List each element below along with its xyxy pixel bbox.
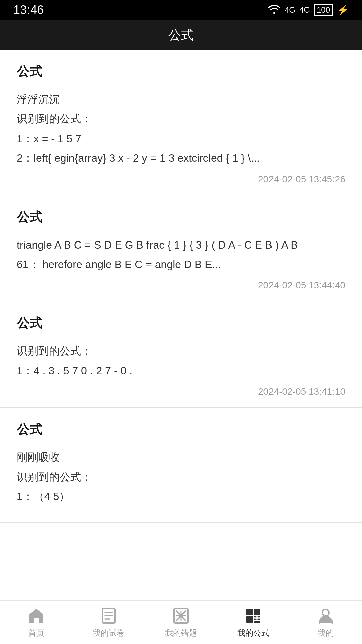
formula-card-4[interactable]: 公式 刚刚吸收 识别到的公式： 1：（4 5） <box>0 408 362 523</box>
nav-item-mistakes[interactable]: 我的错题 <box>145 607 217 638</box>
mistakes-icon <box>172 607 190 625</box>
profile-icon <box>317 607 335 625</box>
battery-icon: 100 <box>314 4 333 16</box>
signal2-icon: 4G <box>299 5 310 15</box>
formula-card-2-time: 2024-02-05 13:44:40 <box>17 280 345 291</box>
formula-card-2-line-2: 61： herefore angle B E C = angle D B E..… <box>17 255 345 273</box>
status-time: 13:46 <box>13 3 44 17</box>
formulas-icon <box>244 607 262 625</box>
formula-card-2-title: 公式 <box>17 209 345 226</box>
formula-card-4-line-1: 刚刚吸收 <box>17 448 345 466</box>
svg-rect-11 <box>246 616 253 623</box>
formula-card-1-line-4: 2：left{ egin{array} 3 x - 2 y = 1 3 extc… <box>17 149 345 167</box>
formula-card-1[interactable]: 公式 浮浮沉沉 识别到的公式： 1：x = - 1 5 7 2：left{ eg… <box>0 50 362 195</box>
formula-card-1-line-3: 1：x = - 1 5 7 <box>17 129 345 148</box>
formula-card-1-title: 公式 <box>17 63 345 80</box>
nav-mistakes-label: 我的错题 <box>165 628 197 638</box>
nav-item-exams[interactable]: 我的试卷 <box>72 607 145 638</box>
formula-card-2[interactable]: 公式 triangle A B C = S D E G B frac { 1 }… <box>0 195 362 302</box>
formula-card-3-line-2: 1：4 . 3 . 5 7 0 . 2 7 - 0 . <box>17 362 345 380</box>
svg-rect-9 <box>246 609 253 615</box>
main-content: 公式 浮浮沉沉 识别到的公式： 1：x = - 1 5 7 2：left{ eg… <box>0 50 362 600</box>
nav-item-home[interactable]: 首页 <box>0 607 72 638</box>
charging-icon: ⚡ <box>337 5 349 16</box>
app-header: 公式 <box>0 20 362 50</box>
formula-card-2-body: triangle A B C = S D E G B frac { 1 } { … <box>17 236 345 274</box>
nav-exams-label: 我的试卷 <box>93 628 125 638</box>
formula-card-2-line-1: triangle A B C = S D E G B frac { 1 } { … <box>17 236 345 254</box>
formula-card-4-body: 刚刚吸收 识别到的公式： 1：（4 5） <box>17 448 345 505</box>
formula-card-1-body: 浮浮沉沉 识别到的公式： 1：x = - 1 5 7 2：left{ egin{… <box>17 90 345 167</box>
formula-card-1-line-1: 浮浮沉沉 <box>17 90 345 108</box>
nav-item-profile[interactable]: 我的 <box>290 607 362 638</box>
formula-card-3-title: 公式 <box>17 315 345 332</box>
nav-profile-label: 我的 <box>318 628 334 638</box>
nav-home-label: 首页 <box>28 628 44 638</box>
formula-card-3-line-1: 识别到的公式： <box>17 342 345 360</box>
wifi-icon <box>268 4 281 16</box>
svg-rect-10 <box>254 609 260 615</box>
formula-card-1-time: 2024-02-05 13:45:26 <box>17 174 345 185</box>
bottom-nav: 首页 我的试卷 我的错题 <box>0 600 362 644</box>
formula-card-3-body: 识别到的公式： 1：4 . 3 . 5 7 0 . 2 7 - 0 . <box>17 342 345 380</box>
svg-point-16 <box>322 609 329 616</box>
formula-card-4-title: 公式 <box>17 421 345 438</box>
exams-icon <box>100 607 118 625</box>
signal1-icon: 4G <box>285 5 295 15</box>
status-icons: 4G 4G 100 ⚡ <box>268 4 349 16</box>
formula-card-1-line-2: 识别到的公式： <box>17 110 345 128</box>
nav-item-formulas[interactable]: 我的公式 <box>217 607 290 638</box>
status-bar: 13:46 4G 4G 100 ⚡ <box>0 0 362 20</box>
formula-card-3-time: 2024-02-05 13:41:10 <box>17 386 345 397</box>
nav-formulas-label: 我的公式 <box>237 628 269 638</box>
formula-card-4-line-2: 识别到的公式： <box>17 468 345 486</box>
home-icon <box>27 607 45 625</box>
page-title: 公式 <box>168 26 194 44</box>
formula-card-3[interactable]: 公式 识别到的公式： 1：4 . 3 . 5 7 0 . 2 7 - 0 . 2… <box>0 301 362 408</box>
formula-card-4-line-3: 1：（4 5） <box>17 487 345 505</box>
